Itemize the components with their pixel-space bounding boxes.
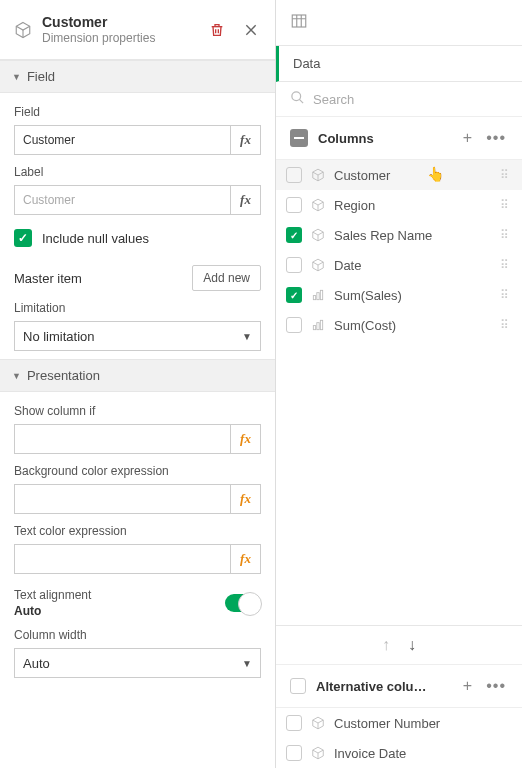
alt-column-item[interactable]: Invoice Date bbox=[276, 738, 522, 768]
data-panel: Data Columns + ••• Customer👆⠿Region⠿Sale… bbox=[276, 0, 522, 768]
column-label: Sales Rep Name bbox=[334, 228, 492, 243]
fx-button[interactable]: fx bbox=[230, 186, 260, 214]
fx-button[interactable]: fx bbox=[230, 126, 260, 154]
drag-handle[interactable]: ⠿ bbox=[500, 293, 508, 298]
chevron-down-icon: ▼ bbox=[242, 331, 252, 342]
limitation-select[interactable]: No limitation ▼ bbox=[14, 321, 261, 351]
column-width-label: Column width bbox=[14, 628, 261, 642]
column-label: Invoice Date bbox=[334, 746, 508, 761]
column-item[interactable]: Date⠿ bbox=[276, 250, 522, 280]
column-label: Customer bbox=[334, 168, 492, 183]
svg-rect-4 bbox=[320, 290, 322, 299]
column-item[interactable]: Sum(Sales)⠿ bbox=[276, 280, 522, 310]
column-item[interactable]: Sum(Cost)⠿ bbox=[276, 310, 522, 340]
panel-header: Customer Dimension properties bbox=[0, 0, 275, 60]
column-width-select[interactable]: Auto ▼ bbox=[14, 648, 261, 678]
limitation-label: Limitation bbox=[14, 301, 261, 315]
add-new-button[interactable]: Add new bbox=[192, 265, 261, 291]
drag-handle[interactable]: ⠿ bbox=[500, 263, 508, 268]
properties-panel: Customer Dimension properties ▼ Field Fi… bbox=[0, 0, 276, 768]
drag-handle[interactable]: ⠿ bbox=[500, 203, 508, 208]
column-label: Region bbox=[334, 198, 492, 213]
bar-icon bbox=[310, 318, 326, 332]
presentation-form: Show column if fx Background color expre… bbox=[0, 392, 275, 686]
label-label: Label bbox=[14, 165, 261, 179]
show-column-if-label: Show column if bbox=[14, 404, 261, 418]
fx-button[interactable]: fx bbox=[230, 425, 260, 453]
svg-rect-5 bbox=[313, 326, 315, 330]
alt-columns-header: Alternative colu… + ••• bbox=[276, 664, 522, 708]
search-input[interactable] bbox=[313, 92, 508, 107]
cube-icon bbox=[310, 716, 326, 730]
caret-down-icon: ▼ bbox=[12, 72, 21, 82]
delete-button[interactable] bbox=[205, 18, 229, 42]
svg-rect-6 bbox=[317, 323, 319, 330]
cube-icon bbox=[310, 258, 326, 272]
text-color-expr-input[interactable] bbox=[15, 545, 230, 573]
close-button[interactable] bbox=[239, 18, 263, 42]
cursor-icon: 👆 bbox=[427, 166, 444, 182]
section-field[interactable]: ▼ Field bbox=[0, 60, 275, 93]
section-presentation[interactable]: ▼ Presentation bbox=[0, 359, 275, 392]
bg-color-expr-input[interactable] bbox=[15, 485, 230, 513]
move-up-button[interactable]: ↑ bbox=[382, 636, 390, 654]
field-input[interactable] bbox=[15, 126, 230, 154]
text-color-expr-label: Text color expression bbox=[14, 524, 261, 538]
show-column-if-input[interactable] bbox=[15, 425, 230, 453]
column-checkbox[interactable] bbox=[286, 227, 302, 243]
alt-checkbox[interactable] bbox=[290, 678, 306, 694]
svg-rect-7 bbox=[320, 320, 322, 329]
column-checkbox[interactable] bbox=[286, 167, 302, 183]
bar-icon bbox=[310, 288, 326, 302]
column-checkbox[interactable] bbox=[286, 317, 302, 333]
drag-handle[interactable]: ⠿ bbox=[500, 173, 508, 178]
column-checkbox[interactable] bbox=[286, 715, 302, 731]
add-column-button[interactable]: + bbox=[461, 127, 474, 149]
column-label: Sum(Sales) bbox=[334, 288, 492, 303]
svg-rect-3 bbox=[317, 293, 319, 300]
text-align-label: Text alignment bbox=[14, 588, 91, 602]
svg-rect-2 bbox=[313, 296, 315, 300]
cube-icon bbox=[310, 746, 326, 760]
drag-handle[interactable]: ⠿ bbox=[500, 323, 508, 328]
more-button[interactable]: ••• bbox=[484, 127, 508, 149]
data-panel-header bbox=[276, 0, 522, 46]
chevron-down-icon: ▼ bbox=[242, 658, 252, 669]
label-input[interactable] bbox=[15, 186, 230, 214]
table-icon bbox=[290, 18, 308, 33]
alt-column-item[interactable]: Customer Number bbox=[276, 708, 522, 738]
column-item[interactable]: Customer👆⠿ bbox=[276, 160, 522, 190]
data-tab[interactable]: Data bbox=[276, 46, 522, 82]
more-alt-button[interactable]: ••• bbox=[484, 675, 508, 697]
column-item[interactable]: Region⠿ bbox=[276, 190, 522, 220]
column-checkbox[interactable] bbox=[286, 287, 302, 303]
columns-header: Columns + ••• bbox=[276, 117, 522, 160]
add-alt-button[interactable]: + bbox=[461, 675, 474, 697]
panel-title: Customer bbox=[42, 14, 195, 30]
alt-title: Alternative colu… bbox=[316, 679, 451, 694]
collapse-toggle[interactable] bbox=[290, 129, 308, 147]
field-label: Field bbox=[14, 105, 261, 119]
cube-icon bbox=[310, 228, 326, 242]
include-null-checkbox[interactable] bbox=[14, 229, 32, 247]
columns-list: Customer👆⠿Region⠿Sales Rep Name⠿Date⠿Sum… bbox=[276, 160, 522, 625]
drag-handle[interactable]: ⠿ bbox=[500, 233, 508, 238]
svg-rect-0 bbox=[292, 15, 306, 27]
column-checkbox[interactable] bbox=[286, 197, 302, 213]
text-align-value: Auto bbox=[14, 604, 91, 618]
master-item-label: Master item bbox=[14, 271, 82, 286]
svg-point-1 bbox=[292, 92, 301, 101]
text-align-toggle[interactable] bbox=[225, 594, 261, 612]
column-item[interactable]: Sales Rep Name⠿ bbox=[276, 220, 522, 250]
caret-down-icon: ▼ bbox=[12, 371, 21, 381]
column-label: Customer Number bbox=[334, 716, 508, 731]
include-null-label: Include null values bbox=[42, 231, 149, 246]
column-checkbox[interactable] bbox=[286, 745, 302, 761]
move-down-button[interactable]: ↓ bbox=[408, 636, 416, 654]
column-checkbox[interactable] bbox=[286, 257, 302, 273]
column-label: Date bbox=[334, 258, 492, 273]
fx-button[interactable]: fx bbox=[230, 545, 260, 573]
cube-icon bbox=[14, 21, 32, 39]
fx-button[interactable]: fx bbox=[230, 485, 260, 513]
alt-list: Customer NumberInvoice Date bbox=[276, 708, 522, 768]
